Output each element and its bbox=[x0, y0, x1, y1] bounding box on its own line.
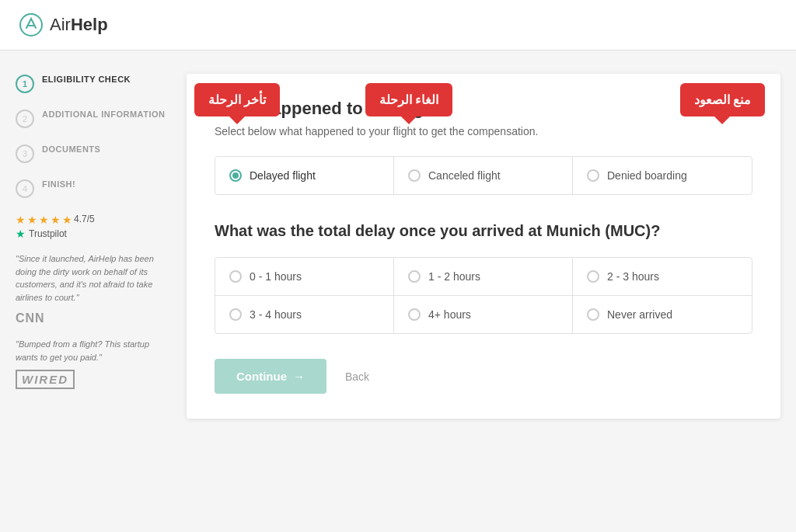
logo-text: AirHelp bbox=[50, 15, 108, 35]
option-delayed[interactable]: Delayed flight bbox=[215, 157, 394, 194]
step-4-label: FINISH! bbox=[42, 179, 75, 190]
content-card: تأخر الرحلة الغاء الرحلة منع الصعود What… bbox=[187, 74, 780, 419]
delay-0-1[interactable]: 0 - 1 hours bbox=[215, 258, 394, 296]
rating-section: ★ ★ ★ ★ ★ 4.7/5 ★ Trustpilot bbox=[16, 214, 171, 240]
star-2: ★ bbox=[27, 214, 37, 226]
step-3-label: DOCUMENTS bbox=[42, 144, 100, 155]
question-subtitle: Select below what happened to your fligh… bbox=[215, 125, 752, 137]
app-header: AirHelp bbox=[0, 0, 796, 50]
radio-canceled bbox=[408, 169, 421, 182]
action-buttons: Continue → Back bbox=[215, 359, 752, 394]
step-3-circle: 3 bbox=[16, 144, 34, 163]
delay-2-3-label: 2 - 3 hours bbox=[607, 270, 659, 283]
flight-type-options: Delayed flight Canceled flight Denied bo… bbox=[215, 156, 752, 195]
testimonial-1: "Since it launched, AirHelp has been doi… bbox=[16, 252, 171, 304]
option-denied[interactable]: Denied boarding bbox=[573, 157, 752, 194]
radio-1-2 bbox=[408, 270, 421, 283]
option-denied-label: Denied boarding bbox=[607, 169, 687, 182]
delay-question: What was the total delay once you arrive… bbox=[215, 220, 752, 242]
option-canceled-label: Canceled flight bbox=[428, 169, 501, 182]
delay-4plus-label: 4+ hours bbox=[428, 308, 471, 321]
delay-3-4[interactable]: 3 - 4 hours bbox=[215, 296, 394, 333]
step-1-label: ELIGIBILITY CHECK bbox=[42, 74, 131, 85]
radio-never bbox=[587, 308, 599, 321]
star-rating: ★ ★ ★ ★ ★ 4.7/5 bbox=[16, 214, 171, 226]
option-delayed-label: Delayed flight bbox=[250, 169, 316, 182]
cnn-logo: CNN bbox=[16, 311, 171, 325]
wired-logo: WIRED bbox=[16, 370, 75, 389]
step-4: 4 FINISH! bbox=[16, 179, 171, 198]
rating-score: 4.7/5 bbox=[74, 214, 95, 226]
delay-options-grid: 0 - 1 hours 1 - 2 hours 2 - 3 hours 3 - … bbox=[215, 257, 752, 334]
step-1-circle: 1 bbox=[16, 75, 34, 93]
page-title: What happened to the flight? bbox=[215, 99, 752, 119]
radio-2-3 bbox=[587, 270, 599, 283]
delay-3-4-label: 3 - 4 hours bbox=[250, 308, 302, 321]
step-2-circle: 2 bbox=[16, 110, 34, 128]
option-canceled[interactable]: Canceled flight bbox=[394, 157, 573, 194]
radio-3-4 bbox=[229, 308, 242, 321]
testimonial-2: "Bumped from a flight? This startup want… bbox=[16, 338, 171, 363]
step-1: 1 ELIGIBILITY CHECK bbox=[16, 74, 171, 93]
delay-never-label: Never arrived bbox=[607, 308, 672, 321]
step-2: 2 ADDITIONAL INFORMATION bbox=[16, 109, 171, 128]
delay-0-1-label: 0 - 1 hours bbox=[250, 270, 302, 283]
step-2-label: ADDITIONAL INFORMATION bbox=[42, 109, 165, 120]
step-4-circle: 4 bbox=[16, 179, 34, 198]
trustpilot-row: ★ Trustpilot bbox=[16, 228, 171, 240]
star-5: ★ bbox=[62, 214, 72, 226]
continue-button[interactable]: Continue → bbox=[215, 359, 326, 394]
sidebar: 1 ELIGIBILITY CHECK 2 ADDITIONAL INFORMA… bbox=[16, 74, 171, 419]
back-button[interactable]: Back bbox=[345, 370, 369, 383]
step-3: 3 DOCUMENTS bbox=[16, 144, 171, 163]
star-3: ★ bbox=[39, 214, 49, 226]
radio-0-1 bbox=[229, 270, 242, 283]
radio-4plus bbox=[408, 308, 421, 321]
logo: AirHelp bbox=[19, 12, 108, 37]
trustpilot-label: Trustpilot bbox=[29, 228, 67, 239]
delay-2-3[interactable]: 2 - 3 hours bbox=[573, 258, 752, 296]
delay-1-2-label: 1 - 2 hours bbox=[428, 270, 480, 283]
radio-denied bbox=[587, 169, 599, 182]
trustpilot-icon: ★ bbox=[16, 228, 26, 240]
radio-delayed bbox=[229, 169, 242, 182]
delay-1-2[interactable]: 1 - 2 hours bbox=[394, 258, 573, 296]
star-4: ★ bbox=[51, 214, 61, 226]
star-1: ★ bbox=[16, 214, 26, 226]
delay-never[interactable]: Never arrived bbox=[573, 296, 752, 333]
delay-4plus[interactable]: 4+ hours bbox=[394, 296, 573, 333]
airhelp-logo-icon bbox=[19, 12, 44, 37]
